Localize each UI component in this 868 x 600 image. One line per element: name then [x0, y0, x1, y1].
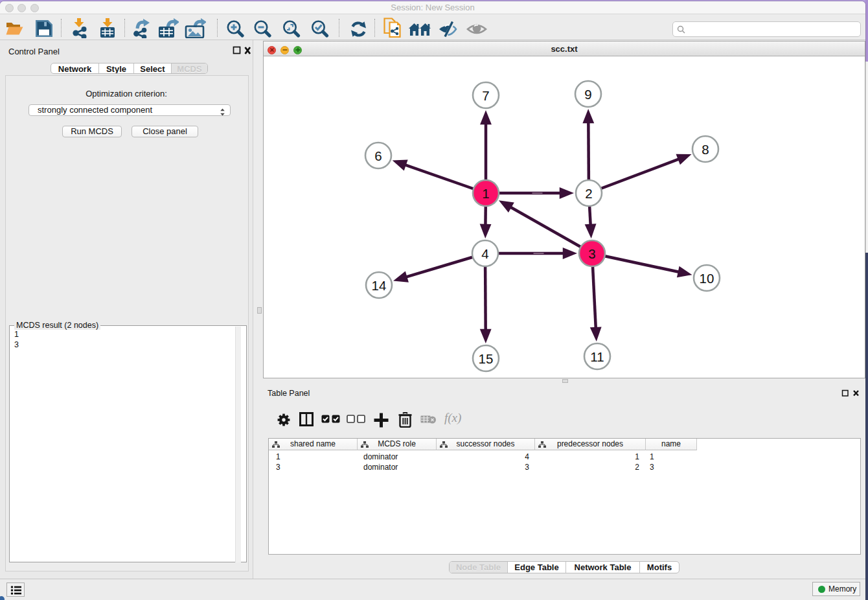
svg-text:10: 10	[700, 271, 714, 286]
svg-text:3: 3	[588, 246, 595, 261]
svg-text:15: 15	[479, 351, 494, 366]
svg-text:9: 9	[584, 87, 591, 102]
svg-text:11: 11	[590, 349, 604, 364]
svg-text:7: 7	[482, 88, 489, 103]
svg-text:1: 1	[482, 186, 489, 201]
svg-text:14: 14	[372, 278, 387, 293]
svg-text:8: 8	[702, 142, 709, 157]
svg-text:6: 6	[374, 148, 382, 163]
svg-text:4: 4	[481, 246, 488, 261]
svg-text:2: 2	[585, 186, 592, 201]
